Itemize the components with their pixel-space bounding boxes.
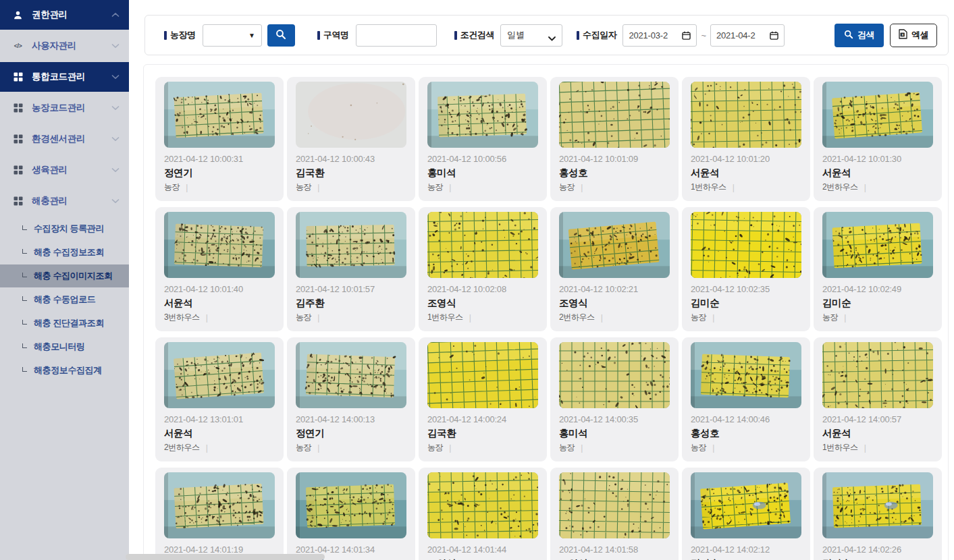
zone-name-input[interactable] bbox=[356, 24, 437, 47]
pest-image-card[interactable]: 2021-04-12 14:00:35 홍미석 농장 | bbox=[550, 337, 679, 461]
trap-photo[interactable] bbox=[427, 472, 538, 538]
trap-photo[interactable] bbox=[822, 472, 933, 538]
capture-timestamp: 2021-04-12 10:02:21 bbox=[559, 284, 670, 294]
trap-photo[interactable] bbox=[691, 82, 801, 148]
farm-search-icon-button[interactable] bbox=[267, 24, 295, 47]
farmer-name: 홍미석 bbox=[559, 427, 670, 440]
condition-select[interactable]: 일별 bbox=[500, 24, 562, 47]
sidebar-item-3[interactable]: 농장코드관리 bbox=[0, 93, 129, 123]
pest-image-card[interactable]: 2021-04-12 10:01:20 서윤석 1번하우스 | bbox=[682, 77, 810, 201]
trap-photo[interactable] bbox=[691, 342, 801, 408]
sidebar-subitem[interactable]: 수집장치 등록관리 bbox=[0, 217, 129, 240]
trap-photo[interactable] bbox=[296, 212, 406, 278]
sidebar-item-label: 환경센서관리 bbox=[32, 133, 111, 145]
pest-image-card[interactable]: 2021-04-12 14:00:13 정연기 농장 | bbox=[287, 337, 415, 461]
excel-button[interactable]: x 엑셀 bbox=[890, 24, 937, 47]
sidebar-item-2[interactable]: 통합코드관리 bbox=[0, 62, 129, 92]
pest-image-card[interactable]: 2021-04-12 10:01:30 서윤석 2번하우스 | bbox=[814, 77, 942, 201]
pest-image-card[interactable]: 2021-04-12 10:02:49 김미순 농장 | bbox=[814, 207, 942, 331]
sidebar-item-label: 생육관리 bbox=[32, 164, 111, 176]
trap-photo[interactable] bbox=[164, 212, 275, 278]
location-label: 2번하우스 bbox=[822, 181, 858, 193]
farm-name-select[interactable]: ▼ bbox=[203, 24, 262, 47]
location-row: 1번하우스 | bbox=[427, 312, 538, 323]
sidebar-subitem[interactable]: 해충 진단결과조회 bbox=[0, 312, 129, 335]
separator-bar: | bbox=[864, 183, 866, 192]
sidebar-item-1[interactable]: </> 사용자관리 bbox=[0, 31, 129, 61]
location-row: 농장 | bbox=[427, 182, 538, 192]
search-button[interactable]: 검색 bbox=[834, 24, 884, 47]
location-row: 2번하우스 | bbox=[559, 312, 670, 323]
horizontal-scrollbar-thumb[interactable] bbox=[126, 554, 325, 560]
trap-photo[interactable] bbox=[559, 472, 670, 538]
pest-image-card[interactable]: 2021-04-12 14:01:44 조영식 | bbox=[419, 468, 547, 560]
pest-image-card[interactable]: 2021-04-12 14:01:58 조영식 | bbox=[550, 468, 679, 560]
pest-image-card[interactable]: 2021-04-12 10:01:09 홍성호 농장 | bbox=[550, 77, 679, 201]
pest-image-card[interactable]: 2021-04-12 14:00:24 김국환 농장 | bbox=[419, 337, 547, 461]
trap-photo[interactable] bbox=[691, 472, 801, 538]
pest-image-card[interactable]: 2021-04-12 10:02:08 조영식 1번하우스 | bbox=[419, 207, 547, 331]
location-row: 농장 | bbox=[559, 182, 670, 192]
pest-image-card[interactable]: 2021-04-12 14:02:26 김미순 | bbox=[814, 468, 942, 560]
sidebar-item-0[interactable]: 권한관리 bbox=[0, 0, 129, 30]
code-icon: </> bbox=[12, 40, 24, 52]
sidebar-item-label: 통합코드관리 bbox=[32, 71, 111, 83]
trap-photo[interactable] bbox=[296, 472, 406, 538]
capture-timestamp: 2021-04-12 10:01:20 bbox=[691, 154, 801, 164]
trap-photo[interactable] bbox=[559, 212, 670, 278]
dropdown-triangle-icon: ▼ bbox=[248, 32, 255, 39]
sidebar-item-6[interactable]: 해충관리 bbox=[0, 186, 129, 216]
trap-photo[interactable] bbox=[822, 82, 933, 148]
location-row: 농장 | bbox=[296, 443, 406, 453]
sidebar-subitem[interactable]: 해충 수동업로드 bbox=[0, 288, 129, 311]
sidebar-subitem[interactable]: 해충 수집이미지조회 bbox=[0, 264, 129, 287]
capture-timestamp: 2021-04-12 14:01:34 bbox=[296, 544, 406, 555]
trap-photo[interactable] bbox=[164, 342, 275, 408]
sidebar-subitem[interactable]: 해충모니터링 bbox=[0, 335, 129, 358]
pest-image-card[interactable]: 2021-04-12 10:02:35 김미순 농장 | bbox=[682, 207, 810, 331]
pest-image-card[interactable]: 2021-04-12 14:01:19 서윤석 | bbox=[155, 468, 284, 560]
sidebar-subitem[interactable]: 해충 수집정보조회 bbox=[0, 241, 129, 264]
trap-photo[interactable] bbox=[164, 472, 275, 538]
farm-name-label: 농장명 bbox=[164, 29, 196, 41]
pest-image-card[interactable]: 2021-04-12 10:02:21 조영식 2번하우스 | bbox=[550, 207, 679, 331]
label-bar-icon bbox=[577, 31, 579, 40]
capture-timestamp: 2021-04-12 14:00:57 bbox=[822, 414, 933, 424]
pest-image-card[interactable]: 2021-04-12 14:00:57 서윤석 1번하우스 | bbox=[814, 337, 942, 461]
location-label: 1번하우스 bbox=[822, 442, 858, 453]
pest-image-card[interactable]: 2021-04-12 10:00:56 홍미석 농장 | bbox=[419, 77, 547, 201]
trap-photo[interactable] bbox=[427, 82, 538, 148]
date-from-value: 2021-03-2 bbox=[629, 30, 667, 40]
trap-photo[interactable] bbox=[427, 212, 538, 278]
trap-photo[interactable] bbox=[559, 82, 670, 148]
trap-photo[interactable] bbox=[822, 212, 933, 278]
trap-photo[interactable] bbox=[427, 342, 538, 408]
trap-photo[interactable] bbox=[691, 212, 801, 278]
location-row: 농장 | bbox=[164, 182, 275, 192]
chevron-down-icon bbox=[111, 198, 120, 204]
content-panel: 2021-04-12 10:00:31 정연기 농장 | 2021-04-12 … bbox=[143, 64, 949, 560]
l-branch-icon bbox=[22, 225, 27, 230]
condition-select-value: 일별 bbox=[507, 29, 525, 41]
sidebar-item-4[interactable]: 환경센서관리 bbox=[0, 124, 129, 154]
pest-image-card[interactable]: 2021-04-12 14:01:34 김주환 | bbox=[287, 468, 415, 560]
trap-photo[interactable] bbox=[296, 82, 406, 148]
separator-bar: | bbox=[449, 183, 451, 192]
date-to-input[interactable]: 2021-04-2 bbox=[710, 24, 785, 47]
pest-image-card[interactable]: 2021-04-12 14:00:46 홍성호 농장 | bbox=[682, 337, 810, 461]
pest-image-card[interactable]: 2021-04-12 10:00:31 정연기 농장 | bbox=[155, 77, 284, 201]
sidebar-subitem[interactable]: 해충정보수집집계 bbox=[0, 359, 129, 382]
capture-timestamp: 2021-04-12 14:01:19 bbox=[164, 544, 275, 555]
sidebar-item-5[interactable]: 생육관리 bbox=[0, 155, 129, 185]
pest-image-card[interactable]: 2021-04-12 10:01:57 김주환 농장 | bbox=[287, 207, 415, 331]
pest-image-card[interactable]: 2021-04-12 10:00:43 김국환 농장 | bbox=[287, 77, 415, 201]
trap-photo[interactable] bbox=[822, 342, 933, 408]
pest-image-card[interactable]: 2021-04-12 13:01:01 서윤석 2번하우스 | bbox=[155, 337, 284, 461]
pest-image-card[interactable]: 2021-04-12 10:01:40 서윤석 3번하우스 | bbox=[155, 207, 284, 331]
date-from-input[interactable]: 2021-03-2 bbox=[622, 24, 697, 47]
trap-photo[interactable] bbox=[296, 342, 406, 408]
trap-photo[interactable] bbox=[164, 82, 275, 148]
pest-image-card[interactable]: 2021-04-12 14:02:12 김미순 | bbox=[682, 468, 810, 560]
capture-timestamp: 2021-04-12 13:01:01 bbox=[164, 414, 275, 424]
trap-photo[interactable] bbox=[559, 342, 670, 408]
